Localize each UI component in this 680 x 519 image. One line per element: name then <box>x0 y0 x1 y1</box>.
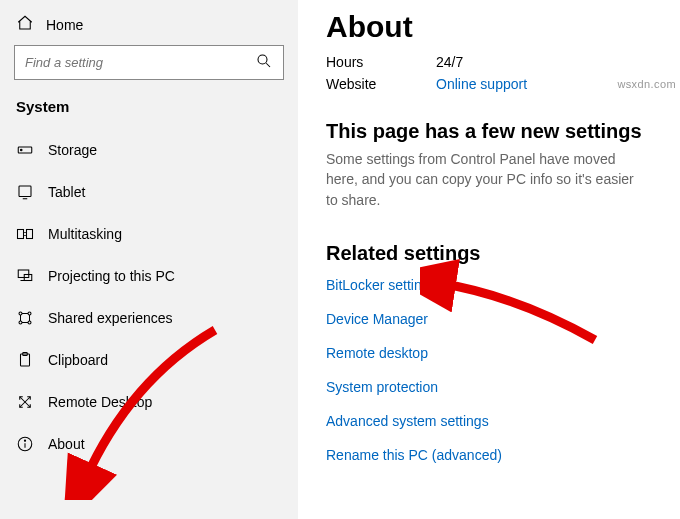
shared-experiences-icon <box>16 309 34 327</box>
search-icon <box>255 52 273 73</box>
clipboard-icon <box>16 351 34 369</box>
sidebar-item-projecting[interactable]: Projecting to this PC <box>14 255 284 297</box>
page-title: About <box>326 10 672 44</box>
svg-point-0 <box>258 55 267 64</box>
sidebar-category: System <box>14 98 284 115</box>
svg-line-1 <box>266 63 270 67</box>
sidebar-item-multitasking[interactable]: Multitasking <box>14 213 284 255</box>
link-rename-this-pc[interactable]: Rename this PC (advanced) <box>326 447 672 463</box>
svg-rect-4 <box>19 186 31 197</box>
multitasking-icon <box>16 225 34 243</box>
sidebar-item-label: Tablet <box>48 184 85 200</box>
sidebar-item-label: Multitasking <box>48 226 122 242</box>
sidebar-item-clipboard[interactable]: Clipboard <box>14 339 284 381</box>
svg-point-15 <box>19 321 22 324</box>
svg-rect-10 <box>18 270 29 278</box>
search-input-container[interactable] <box>14 45 284 80</box>
new-settings-heading: This page has a few new settings <box>326 120 672 143</box>
home-button[interactable]: Home <box>14 10 284 45</box>
sidebar-item-tablet[interactable]: Tablet <box>14 171 284 213</box>
sidebar-nav: Storage Tablet Multitasking Projecting t… <box>14 129 284 465</box>
sidebar-item-label: About <box>48 436 85 452</box>
link-system-protection[interactable]: System protection <box>326 379 672 395</box>
sidebar-item-label: Remote Desktop <box>48 394 152 410</box>
website-link[interactable]: Online support <box>436 76 527 92</box>
home-label: Home <box>46 17 83 33</box>
link-bitlocker-settings[interactable]: BitLocker settings <box>326 277 672 293</box>
related-settings-links: BitLocker settings Device Manager Remote… <box>326 277 672 463</box>
storage-icon <box>16 141 34 159</box>
sidebar-item-label: Shared experiences <box>48 310 173 326</box>
sidebar-item-remote-desktop[interactable]: Remote Desktop <box>14 381 284 423</box>
about-icon <box>16 435 34 453</box>
svg-point-14 <box>28 312 31 315</box>
website-label: Website <box>326 76 436 92</box>
remote-desktop-icon <box>16 393 34 411</box>
svg-point-27 <box>24 440 25 441</box>
link-advanced-system-settings[interactable]: Advanced system settings <box>326 413 672 429</box>
search-input[interactable] <box>25 55 248 70</box>
svg-point-13 <box>19 312 22 315</box>
svg-point-3 <box>21 149 23 151</box>
projecting-icon <box>16 267 34 285</box>
sidebar-item-shared-experiences[interactable]: Shared experiences <box>14 297 284 339</box>
related-settings-heading: Related settings <box>326 242 672 265</box>
watermark: wsxdn.com <box>617 78 676 90</box>
home-icon <box>16 14 34 35</box>
link-device-manager[interactable]: Device Manager <box>326 311 672 327</box>
sidebar-item-about[interactable]: About <box>14 423 284 465</box>
svg-point-16 <box>28 321 31 324</box>
sidebar: Home System Storage Tablet Multitasking <box>0 0 298 519</box>
link-remote-desktop[interactable]: Remote desktop <box>326 345 672 361</box>
tablet-icon <box>16 183 34 201</box>
sidebar-item-label: Storage <box>48 142 97 158</box>
hours-row: Hours 24/7 <box>326 54 672 70</box>
new-settings-body: Some settings from Control Panel have mo… <box>326 149 646 210</box>
sidebar-item-label: Projecting to this PC <box>48 268 175 284</box>
hours-label: Hours <box>326 54 436 70</box>
sidebar-item-label: Clipboard <box>48 352 108 368</box>
svg-rect-7 <box>27 230 33 239</box>
sidebar-item-storage[interactable]: Storage <box>14 129 284 171</box>
hours-value: 24/7 <box>436 54 463 70</box>
svg-rect-6 <box>18 230 24 239</box>
